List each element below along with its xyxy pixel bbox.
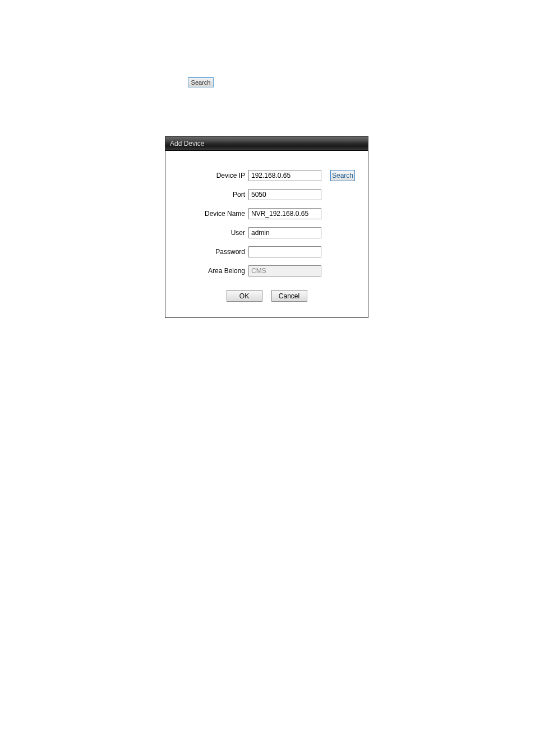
ok-button[interactable]: OK — [227, 290, 262, 302]
label-password: Password — [177, 248, 248, 256]
add-device-dialog: Add Device Device IP Search Port Device … — [165, 136, 368, 318]
dialog-button-row: OK Cancel — [177, 290, 357, 302]
top-search-button[interactable]: Search — [188, 77, 214, 87]
input-password[interactable] — [248, 246, 321, 257]
dialog-title: Add Device — [170, 140, 204, 147]
row-password: Password — [177, 246, 357, 257]
label-user: User — [177, 229, 248, 237]
search-button[interactable]: Search — [330, 170, 355, 181]
label-device-ip: Device IP — [177, 172, 248, 179]
input-device-name[interactable] — [248, 208, 321, 219]
row-area-belong: Area Belong — [177, 265, 357, 276]
label-device-name: Device Name — [177, 210, 248, 218]
input-device-ip[interactable] — [248, 170, 321, 181]
row-device-ip: Device IP Search — [177, 170, 357, 181]
row-user: User — [177, 227, 357, 238]
cancel-button[interactable]: Cancel — [271, 290, 307, 302]
dialog-body: Device IP Search Port Device Name User P… — [165, 151, 368, 317]
input-area-belong[interactable] — [248, 265, 321, 276]
input-port[interactable] — [248, 189, 321, 200]
input-user[interactable] — [248, 227, 321, 238]
row-device-name: Device Name — [177, 208, 357, 219]
label-port: Port — [177, 191, 248, 199]
dialog-title-bar: Add Device — [165, 137, 368, 151]
row-port: Port — [177, 189, 357, 200]
label-area-belong: Area Belong — [177, 267, 248, 275]
